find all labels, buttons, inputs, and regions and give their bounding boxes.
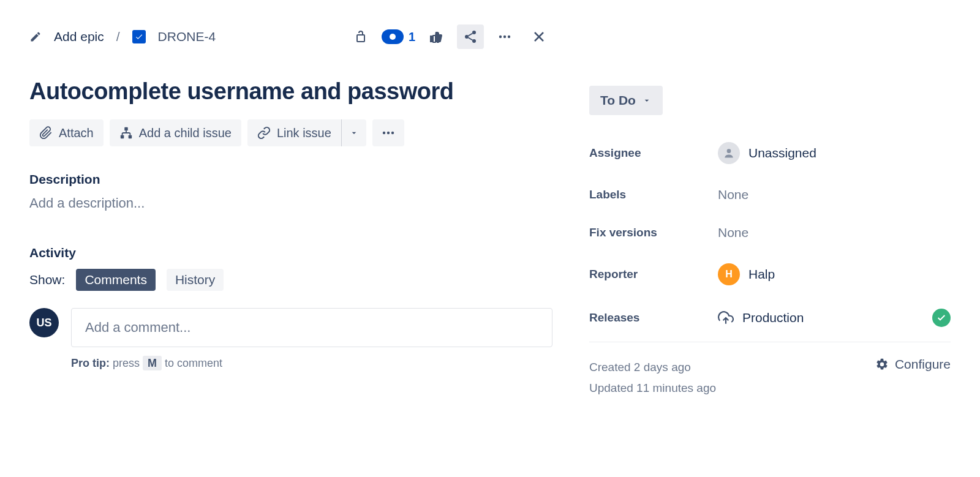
add-epic-link[interactable]: Add epic	[54, 29, 104, 44]
close-button[interactable]	[526, 24, 552, 49]
link-issue-button[interactable]: Link issue	[247, 119, 341, 146]
reporter-label: Reporter	[589, 268, 718, 281]
svg-point-0	[472, 31, 476, 34]
releases-field[interactable]: Releases Production	[589, 309, 951, 327]
status-dropdown[interactable]: To Do	[589, 86, 663, 115]
activity-heading: Activity	[29, 246, 552, 260]
tab-comments[interactable]: Comments	[76, 269, 156, 291]
reporter-avatar: H	[718, 263, 740, 285]
svg-rect-6	[124, 127, 128, 131]
comment-input[interactable]: Add a comment...	[71, 308, 552, 347]
chevron-down-icon	[642, 96, 652, 105]
breadcrumb-separator: /	[116, 29, 120, 44]
fix-versions-field[interactable]: Fix versions None	[589, 225, 951, 240]
timestamps: Created 2 days ago Updated 11 minutes ag…	[589, 357, 716, 399]
status-label: To Do	[600, 93, 636, 108]
description-field[interactable]: Add a description...	[29, 195, 552, 211]
svg-point-9	[383, 132, 385, 134]
issue-actions: Attach Add a child issue Link issue	[29, 119, 552, 146]
lock-button[interactable]	[347, 24, 374, 49]
share-button[interactable]	[457, 24, 484, 49]
eye-icon	[382, 29, 404, 44]
attach-label: Attach	[59, 126, 94, 140]
svg-point-3	[499, 36, 502, 38]
issue-title[interactable]: Autocomplete username and password	[29, 78, 552, 105]
svg-point-12	[727, 149, 731, 153]
person-icon	[718, 142, 740, 164]
edit-icon[interactable]	[29, 31, 42, 43]
issue-key-link[interactable]: DRONE-4	[158, 29, 216, 44]
check-icon	[932, 309, 951, 327]
description-heading: Description	[29, 172, 552, 187]
updated-text: Updated 11 minutes ago	[589, 378, 716, 399]
svg-point-10	[387, 132, 390, 134]
labels-field[interactable]: Labels None	[589, 187, 951, 202]
configure-button[interactable]: Configure	[875, 357, 951, 372]
assignee-value: Unassigned	[748, 146, 816, 160]
dots-icon	[381, 126, 396, 140]
releases-value: Production	[742, 310, 804, 325]
created-text: Created 2 days ago	[589, 357, 716, 378]
add-child-issue-button[interactable]: Add a child issue	[110, 119, 241, 146]
link-issue-dropdown[interactable]	[342, 119, 366, 146]
svg-rect-8	[128, 135, 132, 139]
releases-label: Releases	[589, 311, 718, 325]
issue-type-icon	[132, 30, 146, 43]
svg-rect-7	[121, 135, 124, 139]
fix-versions-value: None	[718, 225, 951, 240]
chevron-down-icon	[349, 128, 359, 138]
labels-value: None	[718, 187, 951, 202]
assignee-field[interactable]: Assignee Unassigned	[589, 142, 951, 164]
svg-point-1	[465, 35, 469, 39]
link-icon	[257, 126, 271, 140]
svg-point-2	[472, 39, 476, 43]
svg-point-5	[508, 36, 510, 38]
tab-history[interactable]: History	[167, 269, 224, 291]
reporter-value: Halp	[748, 267, 775, 282]
breadcrumb: Add epic / DRONE-4	[29, 29, 216, 44]
child-issue-icon	[119, 126, 133, 140]
more-issue-actions-button[interactable]	[372, 119, 404, 146]
labels-label: Labels	[589, 188, 718, 201]
attach-button[interactable]: Attach	[29, 119, 104, 146]
top-actions: 1	[347, 24, 552, 49]
add-child-label: Add a child issue	[139, 126, 232, 140]
configure-label: Configure	[895, 357, 951, 372]
link-issue-label: Link issue	[277, 126, 331, 140]
more-actions-button[interactable]	[491, 24, 518, 49]
activity-show-label: Show:	[29, 272, 65, 287]
cloud-upload-icon	[718, 310, 734, 326]
reporter-field[interactable]: Reporter H Halp	[589, 263, 951, 285]
svg-point-11	[391, 132, 394, 134]
assignee-label: Assignee	[589, 146, 718, 160]
paperclip-icon	[39, 126, 53, 140]
svg-point-4	[503, 36, 506, 38]
gear-icon	[875, 358, 889, 371]
user-avatar: US	[29, 308, 59, 337]
watch-button[interactable]: 1	[382, 29, 415, 44]
watch-count: 1	[409, 30, 415, 44]
comment-tip: Pro tip: press M to comment	[71, 357, 552, 370]
fix-versions-label: Fix versions	[589, 226, 718, 239]
vote-button[interactable]	[423, 24, 450, 49]
